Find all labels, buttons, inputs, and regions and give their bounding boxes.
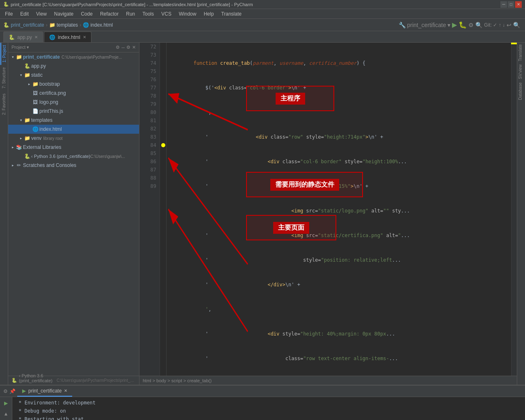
menu-code[interactable]: Code <box>78 10 96 18</box>
line-num-86: 86 <box>139 158 156 166</box>
menu-navigate[interactable]: Navigate <box>51 10 77 18</box>
breadcrumb-root[interactable]: 🐍 print_certificate <box>3 22 44 28</box>
code-line-81: ', <box>170 305 511 313</box>
menu-refactor[interactable]: Refactor <box>97 10 122 18</box>
structure-tab[interactable]: 7: Structure <box>1 65 7 91</box>
tree-close[interactable]: ✕ <box>132 45 136 50</box>
code-line-72: function create_tab(parment, username, c… <box>170 59 511 67</box>
tree-item-static[interactable]: ▾ 📁 static <box>8 71 139 80</box>
run-pin-icon[interactable]: 📌 <box>9 388 16 394</box>
nav-tabs-bar: 🐍 print_certificate › 📁 templates › 🌐 in… <box>0 19 525 31</box>
run-up-button[interactable]: ▲ <box>2 409 11 418</box>
git-info[interactable]: Git: ✓ ↑ ↓ <box>484 22 505 28</box>
right-gutter[interactable] <box>511 43 517 376</box>
line-num-79: 79 <box>139 100 156 108</box>
favorites-tab[interactable]: 2: Favorites <box>1 91 7 117</box>
tree-item-python[interactable]: 🐍 ‹ Python 3.6 (print_certificate) C:\Us… <box>8 152 139 161</box>
project-tab[interactable]: 1: Project <box>0 43 7 65</box>
menu-vcs[interactable]: VCS <box>158 10 175 18</box>
tree-item-extlibs[interactable]: ▸ 📚 External Libraries <box>8 143 139 152</box>
tree-label-indexhtml: index.html <box>39 126 62 132</box>
tree-item-venv[interactable]: ▸ 📁 venv library root <box>8 134 139 143</box>
project-label: Project ▾ <box>11 45 29 50</box>
tree-icon-logo: 🖼 <box>32 99 39 105</box>
tree-extra-venv: library root <box>43 136 62 141</box>
database-panel[interactable]: Database <box>517 81 525 102</box>
tree-item-printthisjs[interactable]: 📄 printThis.js <box>8 107 139 116</box>
tree-item-logo[interactable]: 🖼 logo.png <box>8 98 139 107</box>
line-num-76: 76 <box>139 75 156 84</box>
menu-file[interactable]: File <box>2 10 16 18</box>
maximize-button[interactable]: □ <box>508 1 514 8</box>
menu-run[interactable]: Run <box>123 10 138 18</box>
menu-edit[interactable]: Edit <box>17 10 32 18</box>
tree-settings[interactable]: ⚙ <box>116 45 120 50</box>
run-tab-icon: ▶ <box>22 388 26 394</box>
menu-translate[interactable]: Translate <box>218 10 245 18</box>
run-tab-close[interactable]: ✕ <box>64 388 67 393</box>
annotation-static-files: 需要用到的静态文件 <box>246 172 363 197</box>
tree-label-root: print_certificate <box>23 54 60 60</box>
tree-item-certifica[interactable]: 🖼 certifica.png <box>8 89 139 98</box>
run-play-button[interactable]: ▶ <box>2 399 11 408</box>
tree-gear[interactable]: ⚙ <box>126 45 130 50</box>
code-line-73: $('<div class="col-6 border">\n' + <box>170 84 511 92</box>
tree-item-templates[interactable]: ▾ 📁 templates <box>8 116 139 125</box>
tree-item-scratches[interactable]: ▸ ✏ Scratches and Consoles <box>8 161 139 170</box>
python-path-label: C:\Users\guanjw\PycharmProjects\print_ce… <box>57 378 136 383</box>
menu-view[interactable]: View <box>33 10 50 18</box>
tab-app-py-close[interactable]: ✕ <box>34 35 38 39</box>
search-global[interactable]: 🔍 <box>513 22 520 28</box>
tree-label-venv: venv <box>31 135 41 141</box>
title-bar-icon: 🐍 <box>3 2 9 7</box>
debug-button[interactable]: 🐛 <box>459 21 467 29</box>
minimize-button[interactable]: ─ <box>500 1 507 8</box>
run-panel: ⚙ 📌 ▶ print_certificate ✕ ▶ ▲ ⬛ ▼ ⏸ ☰ 🖨 … <box>0 385 525 420</box>
line-numbers: 72 73 74 75 76 77 78 79 80 81 82 83 84 8… <box>139 43 160 376</box>
run-button[interactable]: ▶ <box>452 21 457 29</box>
code-content[interactable]: function create_tab(parment, username, c… <box>167 43 511 376</box>
menu-tools[interactable]: Tools <box>139 10 157 18</box>
tree-icon-bootstrap: 📁 <box>32 81 39 87</box>
code-line-82: ' <div style="height: 40%;margin: 0px 80… <box>170 330 511 338</box>
line-num-73: 73 <box>139 51 156 59</box>
menu-help[interactable]: Help <box>201 10 217 18</box>
close-button[interactable]: ✕ <box>515 1 522 8</box>
line-num-84: 84 <box>139 141 156 149</box>
tree-icon-apppy: 🐍 <box>24 63 30 69</box>
run-tab-main[interactable]: ▶ print_certificate ✕ <box>17 386 72 397</box>
undo-button[interactable]: ↩ <box>507 22 511 28</box>
tab-index-html[interactable]: 🌐 index.html ✕ <box>44 32 91 42</box>
sv-panel[interactable]: SV:view <box>517 63 525 81</box>
toolbar-search[interactable]: 🔍 <box>475 22 482 28</box>
breadcrumb-folder[interactable]: 📁 templates <box>49 22 78 28</box>
line-num-80: 80 <box>139 108 156 116</box>
tree-arrow-bootstrap: ▸ <box>26 82 32 86</box>
file-tree: Project ▾ ⚙ ─ ⚙ ✕ ▾ 📁 print_certificate … <box>8 43 139 385</box>
line-num-89: 89 <box>139 182 156 190</box>
tree-item-apppy[interactable]: 🐍 app.py <box>8 62 139 71</box>
run-line-3: * Restarting with stat <box>16 415 522 420</box>
tree-icon-venv: 📁 <box>24 135 30 141</box>
tree-label-certifica: certifica.png <box>39 90 66 96</box>
tree-item-bootstrap[interactable]: ▸ 📁 bootstrap <box>8 80 139 89</box>
tree-item-indexhtml[interactable]: 🌐 index.html <box>8 125 139 134</box>
tab-index-html-close[interactable]: ✕ <box>83 35 86 39</box>
tab-app-py[interactable]: 🐍 app.py ✕ <box>3 32 43 42</box>
run-settings-icon[interactable]: ⚙ <box>3 388 8 394</box>
menu-window[interactable]: Window <box>176 10 200 18</box>
tree-collapse[interactable]: ─ <box>121 45 125 50</box>
breadcrumb-file[interactable]: 🌐 index.html <box>83 22 113 28</box>
run-config-dropdown[interactable]: 🔧 print_certificate ▾ <box>399 22 451 28</box>
editor-tabs-bar: 🐍 app.py ✕ 🌐 index.html ✕ <box>0 31 525 43</box>
toolbar-settings[interactable]: ⚙ <box>468 22 474 28</box>
code-content-area[interactable]: function create_tab(parment, username, c… <box>160 43 511 376</box>
code-editor[interactable]: 72 73 74 75 76 77 78 79 80 81 82 83 84 8… <box>139 43 517 376</box>
translate-panel[interactable]: Translate <box>517 43 525 63</box>
tree-path-python: C:\Users\guanjw\... <box>90 154 125 159</box>
tree-icon-static: 📁 <box>24 72 30 78</box>
tree-root[interactable]: ▾ 📁 print_certificate C:\Users\guanjw\Py… <box>8 52 139 62</box>
tree-arrow-static: ▾ <box>18 73 24 77</box>
tree-arrow-templates: ▾ <box>18 118 24 122</box>
title-bar-text: print_certificate [C:\Users\guanjw\Pycha… <box>11 2 253 7</box>
